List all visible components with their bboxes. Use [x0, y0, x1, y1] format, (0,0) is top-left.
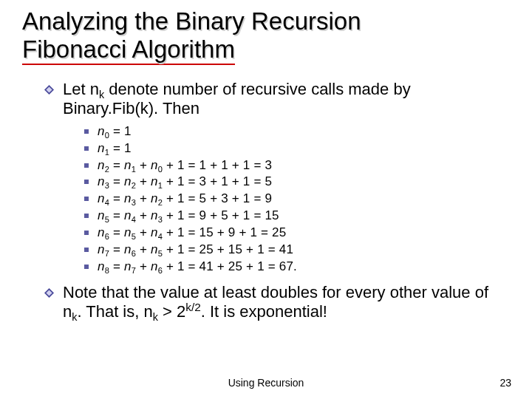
slide: Analyzing the Binary Recursion Fibonacci…: [0, 0, 532, 399]
bullet-note-text: Note that the value at least doubles for…: [63, 283, 510, 322]
diamond-icon: [44, 85, 54, 95]
bullet-intro-text: Let nk denote number of recursive calls …: [63, 80, 510, 119]
square-icon: [84, 265, 89, 269]
square-icon: [84, 146, 89, 151]
eq-row: n8 = n7 + n6 + 1 = 41 + 25 + 1 = 67.: [84, 259, 510, 276]
equation-list: n0 = 1 n1 = 1 n2 = n1 + n0 + 1 = 1 + 1 +…: [84, 123, 510, 276]
slide-number: 23: [499, 377, 511, 389]
square-icon: [84, 248, 89, 252]
footer-center: Using Recursion: [0, 377, 532, 389]
square-icon: [84, 231, 89, 235]
eq-row: n0 = 1: [84, 123, 510, 140]
bullet-intro: Let nk denote number of recursive calls …: [44, 80, 510, 119]
square-icon: [84, 180, 89, 184]
eq-row: n4 = n3 + n2 + 1 = 5 + 3 + 1 = 9: [84, 191, 510, 208]
slide-title: Analyzing the Binary Recursion Fibonacci…: [22, 7, 510, 64]
bullet-note: Note that the value at least doubles for…: [44, 283, 510, 322]
eq-row: n3 = n2 + n1 + 1 = 3 + 1 + 1 = 5: [84, 174, 510, 191]
square-icon: [84, 214, 89, 218]
square-icon: [84, 163, 89, 168]
diamond-icon: [44, 288, 54, 298]
eq-row: n2 = n1 + n0 + 1 = 1 + 1 + 1 = 3: [84, 157, 510, 174]
eq-row: n7 = n6 + n5 + 1 = 25 + 15 + 1 = 41: [84, 242, 510, 259]
title-line2: Fibonacci Algorithm: [22, 35, 235, 65]
square-icon: [84, 129, 89, 134]
square-icon: [84, 197, 89, 201]
title-line1: Analyzing the Binary Recursion: [22, 7, 361, 35]
eq-row: n5 = n4 + n3 + 1 = 9 + 5 + 1 = 15: [84, 208, 510, 225]
eq-row: n1 = 1: [84, 140, 510, 157]
eq-row: n6 = n5 + n4 + 1 = 15 + 9 + 1 = 25: [84, 225, 510, 242]
